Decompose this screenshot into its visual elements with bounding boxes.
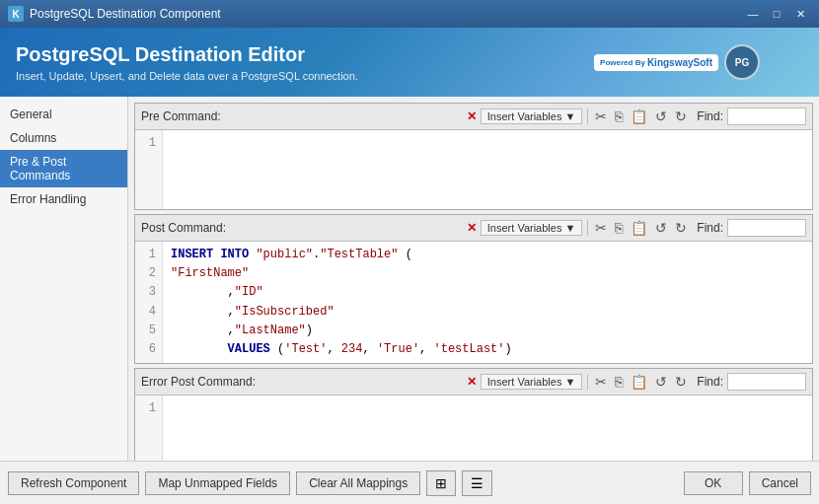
header-logo: Powered By KingswaySoft PG [594,44,760,80]
error-post-command-undo-icon[interactable]: ↺ [653,372,669,392]
error-post-command-find-input[interactable] [727,373,806,391]
separator [587,220,588,236]
error-post-command-cut-icon[interactable]: ✂ [593,372,609,392]
sidebar-item-error-handling[interactable]: Error Handling [0,187,127,211]
title-bar: K PostgreSQL Destination Component — □ ✕ [0,0,819,28]
sidebar-item-columns[interactable]: Columns [0,126,127,150]
pre-command-clear-icon[interactable]: ✕ [467,109,477,123]
close-button[interactable]: ✕ [789,5,811,23]
post-command-redo-icon[interactable]: ↻ [673,218,689,238]
footer: Refresh Component Map Unmapped Fields Cl… [0,461,819,504]
postgresql-logo: PG [724,44,760,80]
separator [587,374,588,390]
pre-command-cut-icon[interactable]: ✂ [593,107,609,126]
error-post-command-code-area[interactable]: 1 [135,396,812,461]
map-unmapped-fields-button[interactable]: Map Unmapped Fields [145,471,290,495]
error-post-command-clear-icon[interactable]: ✕ [467,375,477,389]
error-post-command-copy-icon[interactable]: ⎘ [613,372,625,392]
editor-area: Pre Command: ✕ Insert Variables ▼ ✂ ⎘ 📋 … [128,97,819,461]
error-post-command-code-content[interactable] [163,396,812,461]
pre-command-toolbar: Pre Command: ✕ Insert Variables ▼ ✂ ⎘ 📋 … [135,104,812,130]
error-post-command-label: Error Post Command: [141,375,463,389]
error-post-command-panel: Error Post Command: ✕ Insert Variables ▼… [134,368,813,461]
main-content: General Columns Pre & Post Commands Erro… [0,97,819,461]
post-command-cut-icon[interactable]: ✂ [593,218,609,238]
window-controls: — □ ✕ [742,5,811,23]
pre-command-code-area[interactable]: 1 [135,130,812,209]
post-command-undo-icon[interactable]: ↺ [653,218,669,238]
error-post-command-find-label: Find: [697,375,723,389]
pre-command-find-input[interactable] [727,108,806,125]
post-command-insert-variables-btn[interactable]: Insert Variables ▼ [481,220,583,236]
pre-command-find-label: Find: [697,109,723,123]
grid-icon-button[interactable]: ⊞ [426,470,456,496]
error-post-command-insert-variables-btn[interactable]: Insert Variables ▼ [481,374,583,390]
error-post-command-redo-icon[interactable]: ↻ [673,372,689,392]
post-command-label: Post Command: [141,221,463,235]
header-title: PostgreSQL Destination Editor [16,43,358,66]
separator [587,108,588,124]
pre-command-code-content[interactable] [163,130,812,209]
post-command-line-numbers: 123456 [135,242,163,363]
refresh-component-button[interactable]: Refresh Component [8,471,139,495]
cancel-button[interactable]: Cancel [749,471,811,495]
error-post-command-paste-icon[interactable]: 📋 [629,372,649,392]
sidebar: General Columns Pre & Post Commands Erro… [0,97,128,461]
post-command-code-content[interactable]: INSERT INTO "public"."TestTable" ( "Firs… [163,242,812,363]
clear-all-mappings-button[interactable]: Clear All Mappings [296,471,420,495]
list-icon-button[interactable]: ☰ [462,470,492,496]
post-command-find-label: Find: [697,221,723,235]
window-title: PostgreSQL Destination Component [30,7,742,21]
sidebar-item-general[interactable]: General [0,103,127,126]
app-icon: K [8,6,24,22]
sidebar-item-pre-post-commands[interactable]: Pre & Post Commands [0,150,127,187]
header-subtitle: Insert, Update, Upsert, and Delete data … [16,70,358,82]
pre-command-paste-icon[interactable]: 📋 [629,107,649,126]
post-command-clear-icon[interactable]: ✕ [467,221,477,235]
post-command-code-area[interactable]: 123456 INSERT INTO "public"."TestTable" … [135,242,812,363]
maximize-button[interactable]: □ [766,5,787,23]
error-post-command-toolbar: Error Post Command: ✕ Insert Variables ▼… [135,369,812,396]
post-command-copy-icon[interactable]: ⎘ [613,218,625,238]
pre-command-copy-icon[interactable]: ⎘ [613,107,625,126]
pre-command-redo-icon[interactable]: ↻ [673,107,689,126]
pre-command-panel: Pre Command: ✕ Insert Variables ▼ ✂ ⎘ 📋 … [134,103,813,210]
ok-button[interactable]: OK [684,471,743,495]
pre-command-label: Pre Command: [141,109,463,123]
header: PostgreSQL Destination Editor Insert, Up… [0,28,819,97]
post-command-find-input[interactable] [727,219,806,237]
post-command-paste-icon[interactable]: 📋 [629,218,649,238]
post-command-panel: Post Command: ✕ Insert Variables ▼ ✂ ⎘ 📋… [134,214,813,364]
error-post-command-line-numbers: 1 [135,396,163,461]
pre-command-insert-variables-btn[interactable]: Insert Variables ▼ [481,108,583,124]
pre-command-line-numbers: 1 [135,130,163,209]
minimize-button[interactable]: — [742,5,764,23]
post-command-toolbar: Post Command: ✕ Insert Variables ▼ ✂ ⎘ 📋… [135,215,812,242]
pre-command-undo-icon[interactable]: ↺ [653,107,669,126]
kingsway-logo: Powered By KingswaySoft [594,54,718,71]
header-text: PostgreSQL Destination Editor Insert, Up… [16,43,358,82]
